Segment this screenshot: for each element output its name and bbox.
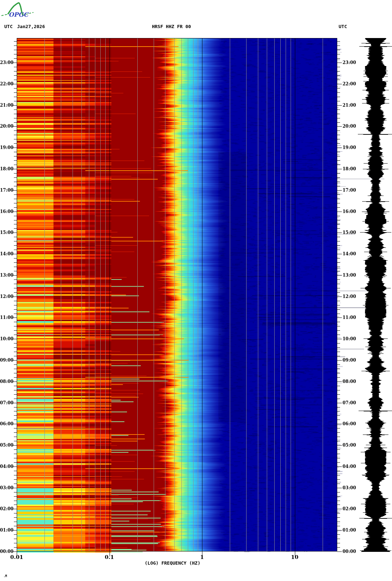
right-hour-label: 14:00: [343, 251, 359, 256]
left-hour-label: 18:00: [0, 166, 13, 171]
left-hour-label: 15:00: [0, 230, 13, 235]
right-hour-label: 12:00: [343, 294, 359, 299]
left-hour-label: 10:00: [0, 336, 13, 341]
logo-dashed-left: [1, 14, 8, 16]
right-hour-label: 09:00: [343, 358, 359, 363]
left-hour-label: 20:00: [0, 124, 13, 129]
right-hour-label: 08:00: [343, 379, 359, 384]
right-hour-label: 03:00: [343, 485, 359, 490]
left-hour-label: 16:00: [0, 209, 13, 214]
right-hour-label: 07:00: [343, 400, 359, 405]
plot-title: HRSF HHZ FR 00: [152, 24, 191, 29]
left-hour-label: 01:00: [0, 528, 13, 533]
left-hour-label: 12:00: [0, 294, 13, 299]
left-hour-label: 02:00: [0, 506, 13, 511]
right-hour-label: 06:00: [343, 421, 359, 426]
left-hour-label: 09:00: [0, 358, 13, 363]
left-hour-label: 19:00: [0, 145, 13, 150]
right-hour-label: 21:00: [343, 103, 359, 108]
left-hour-label: 06:00: [0, 421, 13, 426]
date-label: Jan27,2026: [17, 24, 45, 29]
spectrogram-canvas: [0, 0, 392, 581]
waveform-trace-canvas: [352, 0, 392, 581]
right-hour-label: 02:00: [343, 506, 359, 511]
right-hour-label: 05:00: [343, 443, 359, 448]
footer-mark: .M: [4, 575, 7, 578]
left-hour-label: 14:00: [0, 251, 13, 256]
left-hour-label: 17:00: [0, 188, 13, 193]
right-hour-label: 13:00: [343, 273, 359, 278]
left-hour-label: 00:00: [0, 549, 13, 554]
right-hour-label: 22:00: [343, 81, 359, 86]
right-hour-label: 15:00: [343, 230, 359, 235]
right-hour-label: 19:00: [343, 145, 359, 150]
right-hour-label: 01:00: [343, 528, 359, 533]
x-tick-label: 0.01: [10, 554, 23, 560]
right-hour-label: 18:00: [343, 166, 359, 171]
x-tick-label: 0.1: [105, 554, 114, 560]
left-hour-label: 13:00: [0, 273, 13, 278]
left-hour-label: 22:00: [0, 81, 13, 86]
right-hour-label: 17:00: [343, 188, 359, 193]
right-hour-label: 20:00: [343, 124, 359, 129]
right-hour-label: 11:00: [343, 315, 359, 320]
right-hour-label: 23:00: [343, 60, 359, 65]
opgc-logo: OPGC: [1, 1, 40, 19]
left-hour-label: 11:00: [0, 315, 13, 320]
left-hour-label: 05:00: [0, 443, 13, 448]
left-hour-label: 23:00: [0, 60, 13, 65]
left-hour-label: 21:00: [0, 103, 13, 108]
left-hour-label: 08:00: [0, 379, 13, 384]
x-tick-label: 10: [291, 554, 298, 560]
right-hour-label: 16:00: [343, 209, 359, 214]
logo-text: OPGC: [9, 11, 29, 18]
right-hour-label: 00:00: [343, 549, 359, 554]
right-hour-label: 10:00: [343, 336, 359, 341]
right-hour-label: 04:00: [343, 464, 359, 469]
left-hour-label: 04:00: [0, 464, 13, 469]
left-hour-label: 07:00: [0, 400, 13, 405]
x-axis-label: (LOG) FREQUENCY (HZ): [145, 560, 201, 566]
spectrogram-page: OPGC UTC Jan27,2026 HRSF HHZ FR 00 UTC 2…: [0, 0, 392, 581]
utc-label-right: UTC: [339, 24, 347, 29]
x-tick-label: 1: [200, 554, 204, 560]
utc-label-left: UTC: [4, 24, 12, 29]
left-hour-label: 03:00: [0, 485, 13, 490]
